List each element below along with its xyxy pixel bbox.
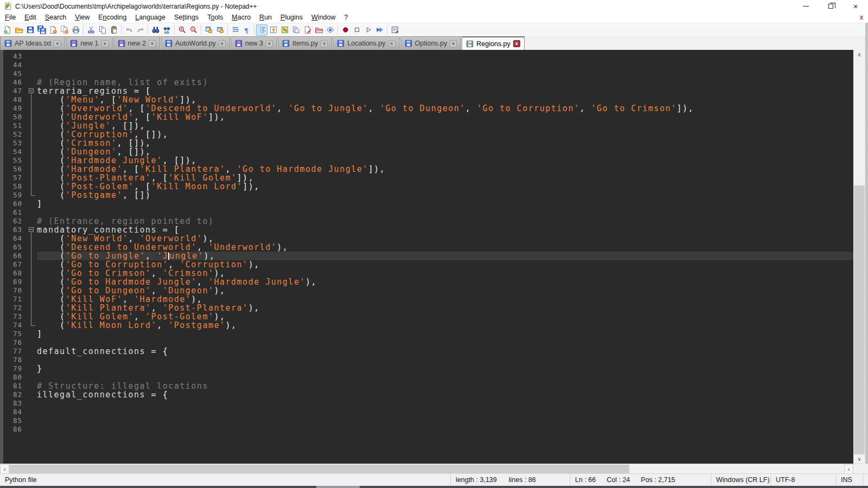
menu-encoding[interactable]: Encoding — [94, 12, 131, 23]
tab-locations-py[interactable]: Locations.pyx — [333, 36, 399, 50]
code-line: 60] — [3, 200, 853, 208]
menu-run[interactable]: Run — [255, 12, 276, 23]
menu-help[interactable]: ? — [340, 12, 353, 23]
tab-close-icon[interactable]: x — [450, 40, 457, 47]
close-all-button[interactable] — [59, 24, 70, 36]
scroll-right-arrow-icon[interactable]: › — [844, 464, 853, 474]
folder-as-workspace-button[interactable] — [313, 24, 324, 36]
menu-settings[interactable]: Settings — [170, 12, 203, 23]
sync-horizontal-button[interactable] — [214, 24, 226, 36]
open-file-icon — [15, 25, 23, 34]
status-doc-type: Python file — [0, 474, 451, 486]
vertical-scroll-thumb[interactable] — [854, 185, 865, 454]
fold-margin[interactable] — [26, 226, 37, 234]
line-number: 51 — [3, 121, 26, 130]
sync-vertical-button[interactable] — [203, 24, 214, 36]
function-list-button[interactable] — [267, 24, 279, 36]
print-button[interactable] — [70, 24, 81, 36]
status-encoding[interactable]: UTF-8 — [771, 474, 836, 486]
code-editor[interactable]: 43444546# (Region name, list of exits)47… — [0, 50, 853, 464]
menu-view[interactable]: View — [71, 12, 94, 23]
find-button[interactable] — [150, 24, 161, 36]
zoom-out-button[interactable] — [188, 24, 199, 36]
macro-stop-button[interactable] — [351, 24, 362, 36]
close-button[interactable]: × — [843, 0, 868, 12]
menu-search[interactable]: Search — [41, 12, 71, 23]
fold-margin — [26, 356, 37, 364]
restore-button[interactable] — [818, 0, 843, 12]
macro-run-multiple-button[interactable] — [374, 24, 385, 36]
tab-close-icon[interactable]: x — [321, 40, 328, 47]
status-insert-mode[interactable]: INS — [836, 474, 863, 486]
menu-file[interactable]: File — [1, 12, 20, 23]
save-all-button[interactable] — [36, 24, 47, 36]
indent-guide-button[interactable] — [256, 24, 267, 36]
replace-button[interactable]: ab — [161, 24, 173, 36]
menu-edit[interactable]: Edit — [20, 12, 41, 23]
macro-record-button[interactable] — [340, 24, 351, 36]
horizontal-scrollbar[interactable]: ‹ › — [0, 464, 868, 473]
word-wrap-button[interactable] — [229, 24, 241, 36]
tab-regions-py[interactable]: Regions.pyx — [462, 36, 525, 50]
tab-close-icon[interactable]: x — [513, 40, 520, 47]
horizontal-scroll-thumb[interactable] — [9, 465, 629, 473]
zoom-in-button[interactable] — [176, 24, 188, 36]
tab-autoworld-py[interactable]: AutoWorld.pyx — [161, 36, 230, 50]
copy-button[interactable] — [97, 24, 108, 36]
close-document-button[interactable]: x — [857, 13, 866, 22]
paste-button[interactable] — [108, 24, 119, 36]
save-file-button[interactable] — [24, 24, 36, 36]
tab-ap-ideas-txt[interactable]: AP Ideas.txtx — [0, 36, 65, 50]
menu-tools[interactable]: Tools — [203, 12, 227, 23]
tab-close-icon[interactable]: x — [266, 40, 273, 47]
tab-close-icon[interactable]: x — [54, 40, 61, 47]
tab-close-icon[interactable]: x — [219, 40, 226, 47]
undo-button[interactable] — [123, 24, 135, 36]
code-text: ('Dungeon', []), — [37, 147, 853, 156]
monitoring-eye-button[interactable] — [324, 24, 336, 36]
tab-close-icon[interactable]: x — [101, 40, 108, 47]
document-map-button[interactable] — [279, 24, 290, 36]
tab-new-1[interactable]: new 1x — [66, 36, 112, 50]
open-file-button[interactable] — [13, 24, 24, 36]
menu-language[interactable]: Language — [131, 12, 170, 23]
menu-plugins[interactable]: Plugins — [276, 12, 307, 23]
macro-save-button[interactable] — [389, 24, 400, 36]
cut-button[interactable] — [85, 24, 97, 36]
fold-collapse-icon[interactable] — [29, 227, 34, 232]
tab-options-py[interactable]: Options.pyx — [400, 36, 462, 50]
tab-close-icon[interactable]: x — [388, 40, 395, 47]
tab-items-py[interactable]: Items.pyx — [278, 36, 332, 50]
vertical-scrollbar[interactable]: ∧ ∨ — [853, 50, 865, 464]
document-list-button[interactable] — [290, 24, 302, 36]
status-eol-format[interactable]: Windows (CR LF) — [711, 474, 771, 486]
fold-margin[interactable] — [26, 87, 37, 95]
scroll-down-arrow-icon[interactable]: ∨ — [853, 454, 865, 464]
minimize-button[interactable] — [793, 0, 818, 12]
menu-window[interactable]: Window — [307, 12, 340, 23]
print-icon — [72, 25, 80, 34]
tab-new-2[interactable]: new 2x — [113, 36, 160, 50]
document-switcher-button[interactable] — [302, 24, 313, 36]
column-label: Col : 24 — [607, 476, 630, 484]
code-line: 74 ('Kill Moon Lord', 'Postgame'), — [3, 321, 853, 330]
scroll-left-arrow-icon[interactable]: ‹ — [0, 464, 9, 474]
saved-file-icon — [70, 40, 78, 47]
vertical-scroll-track[interactable] — [853, 59, 865, 454]
fold-collapse-icon[interactable] — [29, 88, 34, 93]
code-text — [37, 373, 853, 382]
tab-new-3[interactable]: new 3x — [231, 36, 277, 50]
scroll-up-arrow-icon[interactable]: ∧ — [853, 50, 865, 59]
close-file-button[interactable] — [47, 24, 59, 36]
new-file-button[interactable] — [2, 24, 13, 36]
tab-close-icon[interactable]: x — [149, 40, 156, 47]
macro-play-button[interactable] — [362, 24, 374, 36]
code-text — [37, 338, 853, 347]
window-edge-pattern — [865, 23, 868, 464]
menu-macro[interactable]: Macro — [227, 12, 255, 23]
fold-margin — [26, 139, 37, 147]
macro-stop-icon — [353, 25, 361, 34]
show-all-characters-button[interactable]: ¶ — [241, 24, 252, 36]
saved-file-icon — [405, 40, 412, 47]
redo-button[interactable] — [135, 24, 146, 36]
